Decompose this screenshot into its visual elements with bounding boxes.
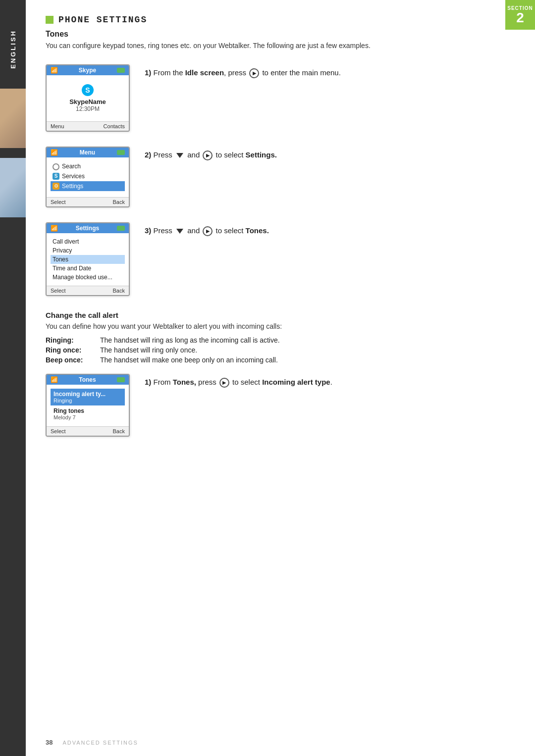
footer-back-tones: Back <box>113 428 125 434</box>
tones-screen-mockup: 📶 Tones Incoming alert ty... Ringing Rin… <box>46 374 130 437</box>
step-1-phone: 📶 Skype S SkypeName 12:30PM Menu Contact… <box>46 64 130 132</box>
battery-icon-2 <box>117 150 125 155</box>
tones-step-1-phone: 📶 Tones Incoming alert ty... Ringing Rin… <box>46 374 130 437</box>
settings-time-date: Time and Date <box>51 264 125 273</box>
beep-once-label: Beep once: <box>46 356 100 364</box>
step-2-phone: 📶 Menu Search S Services <box>46 147 130 207</box>
down-arrow-icon-3 <box>176 229 183 234</box>
settings-privacy: Privacy <box>51 246 125 255</box>
language-label: ENGLISH <box>9 30 17 69</box>
header-title-tones: Tones <box>79 376 96 383</box>
step-3-phone: 📶 Settings Call divert Privacy Tones Tim… <box>46 222 130 296</box>
ringing-label: Ringing: <box>46 336 100 344</box>
tones-step-1-number: 1) <box>145 378 151 386</box>
signal-indicator-2: 📶 <box>51 149 58 156</box>
tones-heading: Tones <box>46 30 515 39</box>
alert-row-beep-once: Beep once: The handset will make one bee… <box>46 356 515 364</box>
call-alert-heading: Change the call alert <box>46 311 515 319</box>
down-arrow-icon-2 <box>176 153 183 158</box>
step-2-row: 📶 Menu Search S Services <box>46 147 515 207</box>
alert-row-ring-once: Ring once: The handset will ring only on… <box>46 346 515 354</box>
ok-button-icon-tones: ▶ <box>219 378 229 388</box>
idle-screen-label: Idle screen <box>185 68 224 77</box>
menu-item-services: S Services <box>51 171 125 181</box>
beep-once-description: The handset will make one beep only on a… <box>100 356 515 364</box>
settings-bold-label: Settings. <box>246 151 277 159</box>
battery-icon-3 <box>117 226 125 231</box>
footer-contacts: Contacts <box>104 123 125 129</box>
alert-table: Ringing: The handset will ring as long a… <box>46 336 515 364</box>
call-alert-section: Change the call alert You can define how… <box>46 311 515 364</box>
settings-call-divert: Call divert <box>51 237 125 246</box>
skype-block: S SkypeName 12:30PM <box>51 79 125 117</box>
step-2-number: 2) <box>145 151 151 159</box>
skype-username: SkypeName <box>53 98 122 105</box>
skype-logo-icon: S <box>82 84 94 96</box>
settings-icon: ⚙ <box>53 183 59 190</box>
ring-tones-label: Ring tones <box>54 407 122 414</box>
page-footer: 38 ADVANCED SETTINGS <box>26 739 535 746</box>
incoming-alert-item: Incoming alert ty... Ringing <box>51 389 125 405</box>
settings-screen-mockup: 📶 Settings Call divert Privacy Tones Tim… <box>46 222 130 296</box>
page-title: PHONE SETTINGS <box>58 15 147 25</box>
signal-indicator: 📶 <box>51 67 58 74</box>
phone-header-2: 📶 Menu <box>47 148 129 157</box>
ring-tones-item: Ring tones Melody 7 <box>51 405 125 422</box>
signal-indicator-tones: 📶 <box>51 376 58 383</box>
tones-screen-footer: Select Back <box>47 426 129 436</box>
services-label: Services <box>62 173 85 180</box>
phone-header-3: 📶 Settings <box>47 223 129 233</box>
settings-label: Settings <box>62 183 83 190</box>
services-icon: S <box>53 173 59 180</box>
step-1-text: 1) From the Idle screen, press ▶ to ente… <box>145 64 515 78</box>
tones-bold: Tones, <box>173 378 196 386</box>
idle-screen-body: S SkypeName 12:30PM <box>47 75 129 121</box>
signal-indicator-3: 📶 <box>51 225 58 232</box>
idle-screen-footer: Menu Contacts <box>47 121 129 131</box>
incoming-alert-bold: Incoming alert type <box>262 378 330 386</box>
ok-button-icon-2: ▶ <box>203 151 213 160</box>
footer-select-tones: Select <box>51 428 66 434</box>
sidebar-photo-1 <box>0 89 26 148</box>
ok-button-icon-1: ▶ <box>249 68 259 78</box>
tones-step-1-row: 📶 Tones Incoming alert ty... Ringing Rin… <box>46 374 515 437</box>
settings-tones: Tones <box>51 255 125 264</box>
tones-step-1-text: 1) From Tones, press ▶ to select Incomin… <box>145 374 515 388</box>
ring-once-label: Ring once: <box>46 346 100 354</box>
tones-bold-label: Tones. <box>246 226 269 235</box>
tones-description: You can configure keypad tones, ring ton… <box>46 42 515 50</box>
footer-back-3: Back <box>113 288 125 294</box>
header-title-3: Settings <box>76 225 99 232</box>
footer-menu: Menu <box>51 123 64 129</box>
menu-item-settings: ⚙ Settings <box>51 181 125 191</box>
menu-screen-body: Search S Services ⚙ Settings <box>47 157 129 197</box>
incoming-alert-label: Incoming alert ty... <box>54 391 122 398</box>
ok-button-icon-3: ▶ <box>203 226 213 236</box>
menu-screen-mockup: 📶 Menu Search S Services <box>46 147 130 207</box>
header-title-1: Skype <box>79 67 96 74</box>
step-3-text: 3) Press and ▶ to select Tones. <box>145 222 515 236</box>
step-3-number: 3) <box>145 226 151 235</box>
call-alert-description: You can define how you want your Webtalk… <box>46 322 515 330</box>
idle-screen-mockup: 📶 Skype S SkypeName 12:30PM Menu Contact… <box>46 64 130 132</box>
sidebar-photo-2 <box>0 158 26 217</box>
left-sidebar: ENGLISH <box>0 0 26 756</box>
footer-page-number: 38 <box>46 739 53 746</box>
settings-manage-blocked: Manage blocked use... <box>51 273 125 282</box>
page-title-bar: PHONE SETTINGS <box>46 15 515 25</box>
title-square-icon <box>46 16 54 24</box>
step-2-text: 2) Press and ▶ to select Settings. <box>145 147 515 160</box>
phone-header-tones: 📶 Tones <box>47 375 129 385</box>
footer-select-2: Select <box>51 199 66 205</box>
phone-header-1: 📶 Skype <box>47 65 129 75</box>
step-1-number: 1) <box>145 68 151 77</box>
main-content: PHONE SETTINGS Tones You can configure k… <box>26 0 535 756</box>
ring-tones-value: Melody 7 <box>54 414 122 420</box>
battery-icon <box>117 68 125 73</box>
footer-back-2: Back <box>113 199 125 205</box>
skype-time: 12:30PM <box>53 105 122 112</box>
incoming-alert-value: Ringing <box>54 398 122 403</box>
footer-select-3: Select <box>51 288 66 294</box>
header-title-2: Menu <box>80 149 95 156</box>
step-1-row: 📶 Skype S SkypeName 12:30PM Menu Contact… <box>46 64 515 132</box>
